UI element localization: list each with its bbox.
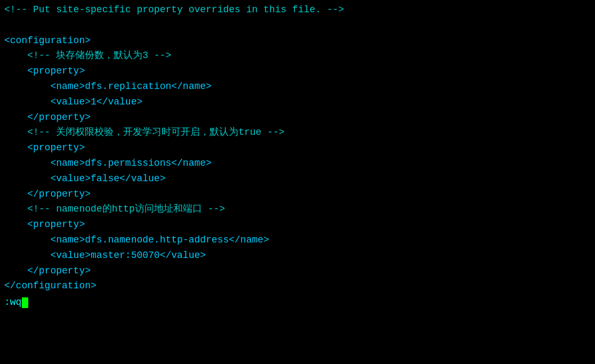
code-line-8: </property> [4, 110, 591, 125]
cursor [22, 297, 28, 308]
code-line-17: <value>master:50070</value> [4, 248, 591, 263]
code-line-18: </property> [4, 263, 591, 279]
code-line-4: <!-- 块存储份数，默认为3 --> [4, 48, 591, 63]
code-line-9: <!-- 关闭权限校验，开发学习时可开启，默认为true --> [4, 125, 591, 140]
command-line: :wq [4, 295, 591, 310]
code-line-3: <configuration> [4, 33, 591, 48]
command-text: :wq [4, 295, 21, 310]
code-line-13: </property> [4, 187, 591, 202]
code-line-2 [4, 18, 591, 33]
code-line-11: <name>dfs.permissions</name> [4, 156, 591, 171]
code-line-6: <name>dfs.replication</name> [4, 79, 591, 94]
terminal: <!-- Put site-specific property override… [0, 0, 595, 364]
code-line-14: <!-- namenode的http访问地址和端口 --> [4, 201, 591, 217]
code-line-19: </configuration> [4, 278, 591, 294]
code-line-10: <property> [4, 140, 591, 156]
code-line-5: <property> [4, 63, 591, 79]
code-line-7: <value>1</value> [4, 94, 591, 110]
code-line-1: <!-- Put site-specific property override… [4, 2, 591, 18]
code-line-15: <property> [4, 217, 591, 232]
code-line-12: <value>false</value> [4, 171, 591, 187]
code-line-16: <name>dfs.namenode.http-address</name> [4, 232, 591, 248]
